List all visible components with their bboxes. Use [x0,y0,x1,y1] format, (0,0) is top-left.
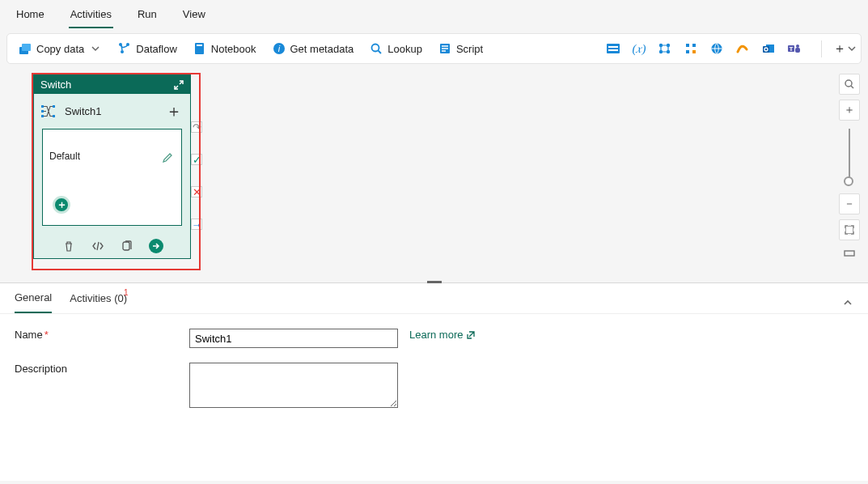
description-textarea[interactable] [189,363,398,408]
get-metadata-button[interactable]: i Get metadata [266,39,361,58]
plus-icon: ＋ [833,40,846,57]
notebook-label: Notebook [211,43,256,55]
description-label: Description [15,363,67,375]
tab-home[interactable]: Home [15,5,46,28]
svg-rect-39 [845,226,853,234]
properties-panel: General Activities (0)1 Name* Learn more… [0,283,868,481]
switch-activity-card[interactable]: Switch Switch1 ＋ Default ＋ [33,74,191,259]
tab-general[interactable]: General [15,291,52,313]
svg-rect-22 [692,50,696,53]
skip-handle-icon[interactable]: ↷ [191,121,202,133]
notebook-button[interactable]: Notebook [187,39,263,58]
general-form: Name* Learn more Description [0,314,868,437]
webhook-icon[interactable] [735,41,750,56]
script-label: Script [456,43,483,55]
code-icon[interactable] [91,239,105,253]
svg-point-15 [659,44,663,47]
svg-rect-20 [686,50,689,53]
svg-rect-25 [763,46,769,53]
append-icon[interactable] [684,41,698,56]
svg-rect-34 [53,105,55,108]
activity-placeholder-icon[interactable] [606,41,620,56]
failure-handle-icon[interactable]: ✕ [191,186,202,197]
expand-icon[interactable] [174,80,184,90]
required-indicator: * [44,329,49,341]
name-label: Name [15,329,43,341]
tab-view[interactable]: View [181,5,207,28]
svg-rect-43 [848,234,851,236]
svg-point-9 [372,45,379,52]
properties-tabs: General Activities (0)1 [0,283,868,314]
delete-icon[interactable] [61,239,76,253]
dataflow-label: Dataflow [136,43,177,55]
completion-handle-icon[interactable]: → [191,219,202,230]
chevron-down-icon [848,45,856,53]
switch-activity-row: Switch1 ＋ [34,94,190,129]
learn-more-label: Learn more [409,329,463,341]
switch-card-title: Switch [40,79,71,91]
switch-card-header[interactable]: Switch [34,75,190,94]
svg-line-38 [851,86,853,88]
tab-activities[interactable]: Activities [69,5,113,28]
zoom-out-button[interactable]: － [839,193,860,214]
learn-more-link[interactable]: Learn more [409,329,476,341]
foreach-icon[interactable] [658,41,672,56]
copy-data-button[interactable]: Copy data [12,39,108,58]
add-activity-to-case-button[interactable]: ＋ [53,196,70,214]
get-metadata-label: Get metadata [290,43,354,55]
dataflow-button[interactable]: Dataflow [112,39,184,58]
lookup-label: Lookup [387,43,422,55]
copy-icon[interactable] [120,239,134,253]
dependency-handles: ↷ ✓ ✕ → [191,121,202,230]
svg-rect-14 [608,49,618,51]
teams-icon[interactable]: T [787,41,802,56]
svg-rect-6 [197,45,202,46]
svg-point-4 [121,50,124,53]
default-case-label: Default [49,151,80,162]
fullscreen-button[interactable] [839,245,860,266]
add-activity-button[interactable]: ＋ [821,40,856,57]
svg-rect-30 [795,48,800,53]
copy-data-label: Copy data [36,43,84,55]
web-icon[interactable] [709,41,724,56]
svg-rect-44 [845,251,854,256]
canvas-controls: ＋ － [839,74,860,266]
zoom-slider-thumb[interactable] [844,176,853,186]
notebook-icon [193,42,206,55]
zoom-slider[interactable] [849,129,850,185]
add-case-button[interactable]: ＋ [166,100,182,122]
svg-rect-35 [53,115,55,117]
script-icon [438,42,451,55]
switch-icon [40,104,57,120]
lookup-button[interactable]: Lookup [363,39,429,58]
chevron-down-icon [89,42,102,55]
copy-data-icon [19,42,32,55]
fit-to-screen-button[interactable] [839,219,860,240]
outlook-icon[interactable] [761,41,776,56]
collapse-panel-button[interactable] [842,297,853,308]
svg-rect-41 [853,228,855,231]
default-case-box[interactable]: Default ＋ [42,129,182,226]
tab-activities-count[interactable]: Activities (0) [70,292,127,312]
svg-rect-33 [41,115,44,117]
run-icon[interactable] [149,239,163,253]
svg-point-37 [845,80,852,87]
activities-toolbar: Copy data Dataflow Notebook i Get metada… [6,33,862,64]
canvas-search-button[interactable] [839,74,860,95]
pipeline-canvas[interactable]: Switch Switch1 ＋ Default ＋ [0,64,868,282]
info-icon: i [273,42,286,55]
script-button[interactable]: Script [432,39,489,58]
svg-rect-12 [607,44,620,53]
svg-point-18 [667,50,670,53]
tab-run[interactable]: Run [136,5,159,28]
svg-point-16 [667,44,670,47]
pencil-icon[interactable] [162,152,173,163]
top-menu: Home Activities Run View [0,0,868,28]
switch-activity-name: Switch1 [65,105,102,117]
success-handle-icon[interactable]: ✓ [191,154,202,165]
name-input[interactable] [189,329,398,348]
zoom-in-button[interactable]: ＋ [839,100,860,121]
external-link-icon [466,330,476,340]
variable-icon[interactable]: (𝑥) [632,41,646,56]
svg-point-29 [796,45,799,48]
